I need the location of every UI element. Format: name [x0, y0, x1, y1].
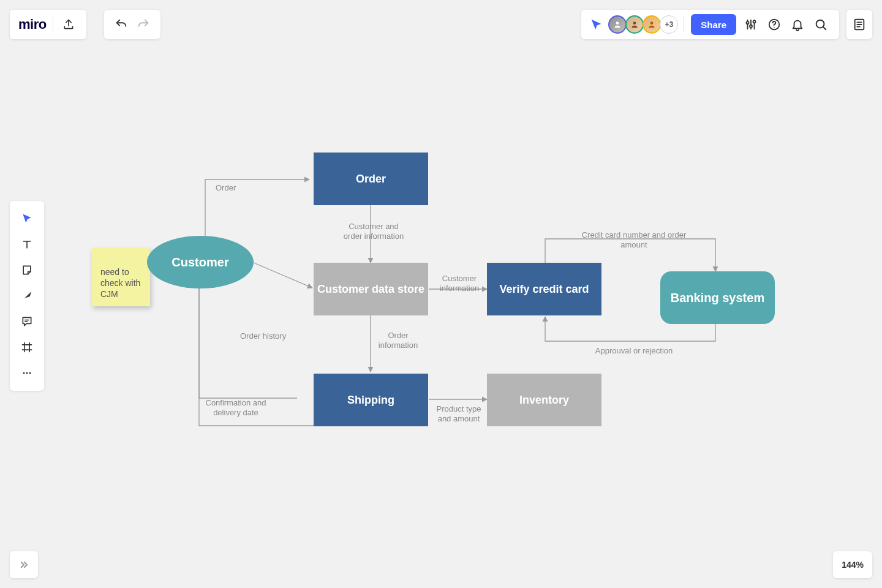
sticky-note[interactable]: need to check with CJM [92, 248, 150, 306]
edge-label: Order information [374, 331, 423, 350]
notification-bell-icon[interactable] [786, 10, 809, 39]
node-customer-data-store[interactable]: Customer data store [314, 263, 428, 315]
svg-point-0 [616, 21, 619, 24]
avatar-3[interactable] [643, 15, 661, 34]
divider [53, 17, 53, 32]
sticky-tool-icon[interactable] [10, 257, 44, 283]
divider [683, 17, 684, 32]
edge-label: Product type and amount [431, 404, 486, 423]
node-label: Customer [172, 255, 228, 270]
svg-point-12 [29, 372, 31, 374]
svg-point-7 [774, 27, 774, 28]
node-banking-system[interactable]: Banking system [660, 271, 775, 324]
sticky-text: need to check with CJM [100, 267, 140, 299]
zoom-level[interactable]: 144% [833, 551, 872, 578]
svg-point-4 [750, 25, 752, 28]
edge-label: Order [216, 183, 236, 193]
tools-toolbar [10, 201, 44, 391]
redo-icon[interactable] [132, 10, 154, 39]
svg-point-3 [746, 21, 748, 24]
select-tool-icon[interactable] [10, 206, 44, 232]
svg-point-10 [23, 372, 25, 374]
frame-tool-icon[interactable] [10, 334, 44, 360]
expand-panel-icon[interactable] [10, 551, 38, 578]
text-tool-icon[interactable] [10, 232, 44, 257]
svg-point-1 [633, 21, 636, 24]
avatar-more[interactable]: +3 [660, 15, 678, 34]
avatar-1[interactable] [608, 15, 627, 34]
search-icon[interactable] [810, 10, 832, 39]
node-verify-credit-card[interactable]: Verify credit card [487, 263, 601, 315]
undo-redo-panel [104, 10, 160, 39]
node-label: Banking system [671, 291, 764, 305]
node-label: Customer data store [317, 283, 424, 296]
node-order[interactable]: Order [314, 153, 428, 205]
share-button[interactable]: Share [691, 14, 736, 35]
node-label: Shipping [347, 394, 394, 407]
node-label: Inventory [519, 394, 569, 407]
svg-point-11 [26, 372, 28, 374]
avatar-2[interactable] [625, 15, 644, 34]
more-tools-icon[interactable] [10, 360, 44, 386]
notes-panel[interactable] [846, 10, 872, 39]
cursor-collab-icon[interactable] [586, 18, 607, 31]
svg-point-2 [650, 21, 654, 24]
top-right-group: +3 Share [581, 10, 872, 39]
undo-icon[interactable] [110, 10, 132, 39]
node-customer[interactable]: Customer [147, 236, 254, 288]
svg-point-5 [753, 20, 755, 23]
node-inventory[interactable]: Inventory [487, 374, 601, 426]
edge-label: Credit card number and order amount [570, 230, 698, 249]
edge-label: Customer information [435, 274, 484, 293]
node-label: Verify credit card [499, 283, 589, 296]
export-icon[interactable] [59, 10, 78, 39]
diagram-canvas: need to check with CJM [0, 0, 882, 588]
node-shipping[interactable]: Shipping [314, 374, 428, 426]
edge-label: Approuval or rejection [588, 346, 680, 356]
settings-icon[interactable] [740, 10, 762, 39]
edge-label: Customer and order information [340, 222, 407, 241]
miro-logo[interactable]: miro [18, 17, 47, 32]
help-icon[interactable] [763, 10, 785, 39]
node-label: Order [356, 173, 386, 186]
comment-tool-icon[interactable] [10, 309, 44, 334]
logo-panel: miro [10, 10, 86, 39]
edge-label: Order history [240, 331, 286, 341]
collab-share-panel: +3 Share [581, 10, 839, 39]
edge-label: Confirmation and delivery date [202, 398, 270, 417]
arrow-tool-icon[interactable] [10, 283, 44, 309]
